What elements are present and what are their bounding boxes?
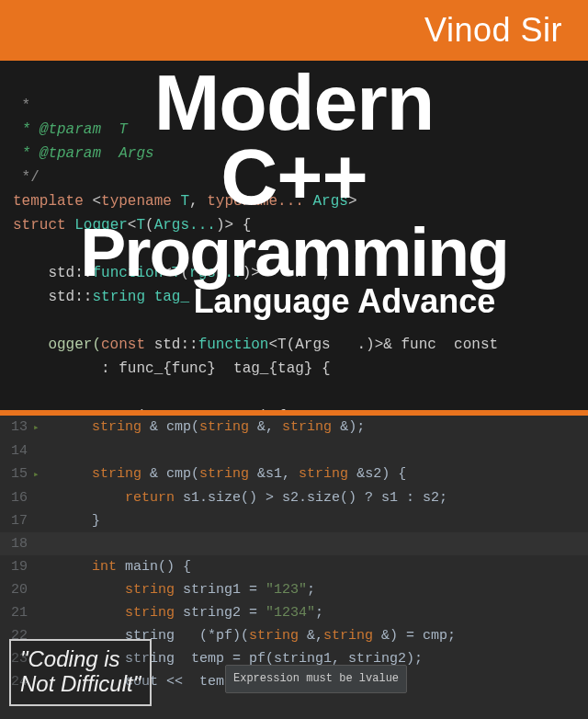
quote-box: "Coding is Not Difficult": [9, 639, 152, 706]
code-line: 14: [0, 439, 588, 462]
quote-line-2: Not Difficult": [20, 671, 141, 697]
quote-line-1: "Coding is: [20, 646, 141, 672]
code-line: 20 string string1 = "123";: [0, 578, 588, 601]
code-line: 13▸ string & cmp(string &, string &);: [0, 416, 588, 439]
code-top-block: * * @tparam T * @tparam Args */ template…: [0, 61, 588, 410]
author-name: Vinod Sir: [424, 11, 562, 50]
code-line: 18: [0, 532, 588, 555]
code-line: 15▸ string & cmp(string &s1, string &s2)…: [0, 462, 588, 486]
code-line: 16 return s1.size() > s2.size() ? s1 : s…: [0, 486, 588, 509]
code-line: 19 int main() {: [0, 555, 588, 578]
header-bar: Vinod Sir: [0, 0, 588, 61]
code-line: 21 string string2 = "1234";: [0, 601, 588, 624]
error-tooltip: Expression must be lvalue: [225, 665, 407, 693]
code-line: 17 }: [0, 509, 588, 532]
